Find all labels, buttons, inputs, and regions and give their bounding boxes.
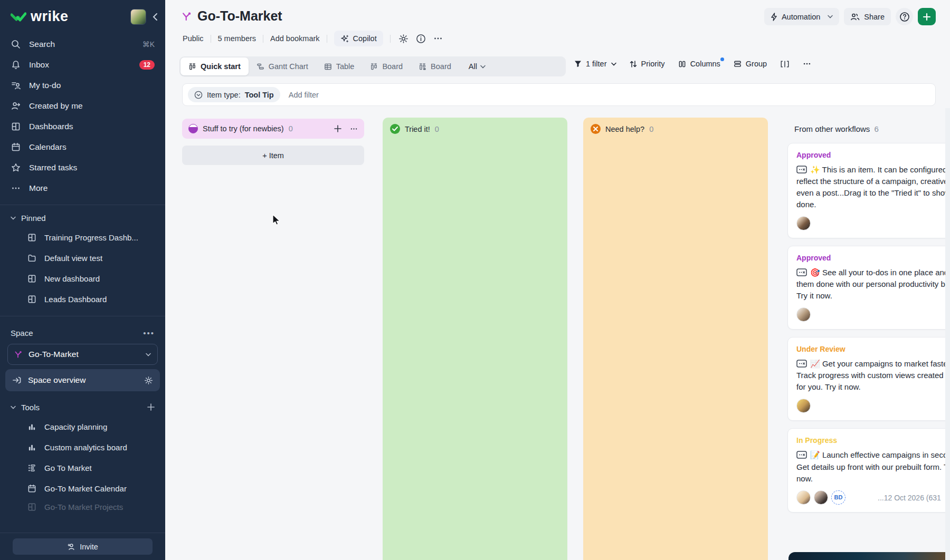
status-circle-icon <box>188 124 198 133</box>
card-text: 📈 Get your campaigns to market faster. T… <box>796 359 950 391</box>
workflow-card-image[interactable] <box>788 552 950 560</box>
help-button[interactable] <box>896 8 913 25</box>
column-tried-it[interactable]: Tried it! 0 <box>383 118 567 560</box>
sidebar-item-created-by-me[interactable]: Created by me <box>0 95 165 116</box>
column-name: Need help? <box>605 125 644 133</box>
tab-label: Board <box>431 62 451 71</box>
sidebar-item-search[interactable]: Search ⌘K <box>0 34 165 54</box>
info-icon[interactable] <box>416 34 426 44</box>
filter-button[interactable]: 1 filter <box>574 60 616 68</box>
gear-icon[interactable] <box>144 376 153 385</box>
task-card[interactable]: Approved ✨ This is an item. It can be co… <box>787 143 950 238</box>
sidebar-item-starred-tasks[interactable]: Starred tasks <box>0 157 165 178</box>
space-section-header: Space ••• <box>0 325 165 341</box>
create-new-button[interactable] <box>918 8 936 25</box>
automation-button[interactable]: Automation <box>764 8 839 25</box>
user-avatar[interactable] <box>130 9 146 25</box>
sidebar-item-my-todo[interactable]: My to-do <box>0 75 165 95</box>
tab-table[interactable]: Table <box>316 57 363 75</box>
item-type-icon <box>796 451 807 459</box>
group-label: Group <box>746 60 767 68</box>
sidebar-item-inbox[interactable]: Inbox 12 <box>0 54 165 75</box>
copilot-button[interactable]: Copilot <box>334 31 383 46</box>
bar-chart-icon <box>26 443 37 452</box>
due-date: ...12 Oct 2026 (631 <box>878 494 941 502</box>
card-text: ✨ This is an item. It can be configured … <box>796 165 950 209</box>
filter-chip-value: Tool Tip <box>245 91 274 99</box>
avatar <box>814 490 828 505</box>
invite-button[interactable]: Invite <box>13 538 153 555</box>
group-button[interactable]: Group <box>734 60 767 68</box>
tab-quick-start[interactable]: Quick start <box>180 57 249 75</box>
views-scope-dropdown[interactable]: All <box>469 62 486 71</box>
tool-item[interactable]: Go-To Market Projects <box>0 499 165 515</box>
space-section-label: Space <box>11 329 33 337</box>
inbox-unread-badge: 12 <box>139 60 155 70</box>
collapse-sidebar-icon[interactable] <box>153 13 158 21</box>
tool-item-label: Custom analytics board <box>44 443 127 452</box>
add-tool-icon[interactable] <box>147 403 155 411</box>
pinned-item[interactable]: Default view test <box>0 248 165 268</box>
pinned-item[interactable]: Training Progress Dashb... <box>0 227 165 248</box>
tab-board[interactable]: Board <box>362 57 411 75</box>
space-selector[interactable]: Go-To-Market <box>7 344 158 365</box>
task-card[interactable]: Approved 🎯 See all your to-dos in one pl… <box>787 246 950 330</box>
add-item-icon[interactable] <box>334 125 341 132</box>
side-panel-toggle[interactable] <box>780 60 790 68</box>
divider <box>263 35 263 43</box>
pinned-item[interactable]: New dashboard <box>0 268 165 289</box>
pinned-title: Pinned <box>21 214 46 223</box>
sidebar-item-calendars[interactable]: Calendars <box>0 137 165 157</box>
wrike-logo[interactable]: wrike <box>11 8 69 25</box>
task-card[interactable]: Under Review 📈 Get your campaigns to mar… <box>787 337 950 421</box>
sort-priority-button[interactable]: Priority <box>630 60 665 68</box>
item-type-filter-chip[interactable]: Item type: Tool Tip <box>188 87 280 102</box>
sidebar-item-more[interactable]: More <box>0 178 165 198</box>
space-menu-icon[interactable]: ••• <box>143 329 155 337</box>
columns-button[interactable]: Columns <box>678 60 720 68</box>
divider <box>390 35 391 43</box>
chevron-down-icon <box>11 405 16 409</box>
share-button[interactable]: Share <box>844 8 891 25</box>
tools-section-header[interactable]: Tools <box>0 398 165 417</box>
add-item-button[interactable]: + Item <box>182 146 364 165</box>
bell-icon <box>11 60 21 70</box>
visibility-label[interactable]: Public <box>183 34 204 43</box>
toolbar-more-button[interactable] <box>803 60 811 68</box>
pinned-item-label: New dashboard <box>44 274 100 283</box>
sidebar-item-label: Inbox <box>29 60 49 70</box>
folder-icon <box>26 254 37 263</box>
sidebar-item-label: Created by me <box>29 101 83 111</box>
add-filter-button[interactable]: Add filter <box>289 91 319 99</box>
dashboard-grid-icon <box>26 295 37 304</box>
space-selector-value: Go-To-Market <box>28 350 79 359</box>
tab-gantt-chart[interactable]: Gantt Chart <box>249 57 316 75</box>
tool-item[interactable]: Capacity planning <box>0 417 165 437</box>
search-shortcut: ⌘K <box>142 40 155 49</box>
main-content: Go-To-Market Public 5 members Add bookma… <box>165 0 950 560</box>
tool-item[interactable]: Go To Market <box>0 458 165 478</box>
column-menu-icon[interactable] <box>350 125 358 133</box>
tool-item[interactable]: Go-To Market Calendar <box>0 478 165 499</box>
column-header-stuff-to-try[interactable]: Stuff to try (for newbies) 0 <box>182 119 364 139</box>
add-bookmark-button[interactable]: Add bookmark <box>270 34 320 43</box>
table-icon <box>324 63 332 71</box>
gear-icon[interactable] <box>398 34 408 44</box>
sidebar-item-space-overview[interactable]: Space overview <box>5 369 160 391</box>
vertical-scrollbar[interactable] <box>945 108 950 560</box>
more-dots-icon[interactable] <box>433 34 443 43</box>
column-need-help[interactable]: Need help? 0 <box>583 118 768 560</box>
circle-chevron-icon <box>194 91 203 99</box>
members-label[interactable]: 5 members <box>218 34 256 43</box>
sidebar-item-label: Dashboards <box>29 122 73 131</box>
sidebar-divider <box>0 316 165 316</box>
tool-item[interactable]: Custom analytics board <box>0 437 165 458</box>
tab-board-locked[interactable]: Board <box>411 57 459 75</box>
task-card[interactable]: In Progress 📝 Launch effective campaigns… <box>787 428 950 512</box>
tool-item-label: Capacity planning <box>44 422 107 431</box>
side-panel-icon <box>780 60 790 68</box>
pinned-item[interactable]: Leads Dashboard <box>0 289 165 310</box>
sidebar-item-dashboards[interactable]: Dashboards <box>0 116 165 137</box>
header-icon-group <box>398 34 443 44</box>
pinned-section-header[interactable]: Pinned <box>0 208 165 227</box>
